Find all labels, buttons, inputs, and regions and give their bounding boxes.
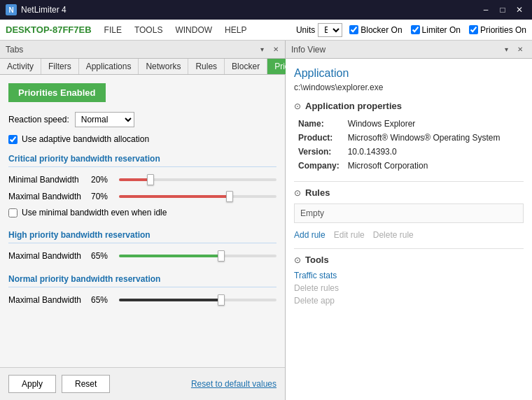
info-bar: Info View ▾ ✕ (286, 41, 532, 59)
tab-blocker[interactable]: Blocker (225, 59, 267, 74)
version-label: Version: (294, 145, 344, 159)
normal-max-label: Maximal Bandwidth (8, 295, 85, 305)
minimize-button[interactable]: – (479, 4, 493, 15)
menu-file[interactable]: FILE (99, 23, 127, 37)
critical-section: Critical priority bandwidth reservation … (8, 154, 276, 217)
hostname-label: DESKTOP-87FF7EB (6, 24, 92, 35)
name-value: Windows Explorer (344, 117, 524, 131)
critical-idle-label: Use minimal bandwidth even when idle (22, 208, 167, 217)
delete-rule-link[interactable]: Delete rule (373, 230, 414, 240)
right-panel: Info View ▾ ✕ Application c:\windows\exp… (286, 41, 532, 400)
tabs-close-button[interactable]: ✕ (270, 43, 282, 56)
menu-window[interactable]: WINDOW (169, 23, 218, 37)
add-rule-link[interactable]: Add rule (294, 230, 326, 240)
app-properties-title: Application properties (305, 101, 402, 111)
delete-rules-link[interactable]: Delete rules (294, 283, 524, 293)
rules-empty-label: Empty (300, 208, 324, 218)
tab-rules[interactable]: Rules (188, 59, 225, 74)
app-title: NetLimiter 4 (21, 5, 479, 15)
blocker-on-checkbox[interactable]: Blocker On (349, 25, 402, 35)
units-section: Units B KB MB (296, 23, 342, 37)
rules-chevron[interactable]: ⊙ (294, 188, 301, 198)
bottom-buttons: Apply Reset Reset to default values (0, 367, 285, 400)
rules-box: Empty (294, 203, 524, 223)
app-properties-chevron[interactable]: ⊙ (294, 101, 301, 111)
delete-app-link[interactable]: Delete app (294, 296, 524, 306)
info-dropdown-button[interactable]: ▾ (500, 43, 512, 56)
critical-section-title: Critical priority bandwidth reservation (8, 154, 276, 167)
info-content: Application c:\windows\explorer.exe ⊙ Ap… (286, 59, 532, 400)
reaction-speed-select[interactable]: Slow Normal Fast (75, 112, 134, 127)
critical-min-slider[interactable] (119, 174, 276, 185)
close-button[interactable]: ✕ (512, 4, 526, 15)
critical-max-label: Maximal Bandwidth (8, 192, 85, 201)
reaction-speed-label: Reaction speed: (8, 115, 69, 124)
menu-tools[interactable]: TOOLS (129, 23, 168, 37)
adaptive-bandwidth-label: Use adaptive bandwidth allocation (22, 134, 149, 144)
rules-actions: Add rule Edit rule Delete rule (294, 230, 524, 240)
tools-chevron[interactable]: ⊙ (294, 255, 301, 265)
window-controls: – □ ✕ (479, 4, 526, 15)
app-icon: N (6, 4, 17, 15)
critical-max-bandwidth-row: Maximal Bandwidth 70% (8, 191, 276, 202)
company-row: Company: Microsoft Corporation (294, 159, 524, 173)
adaptive-bandwidth-checkbox[interactable] (8, 135, 18, 144)
tab-filters[interactable]: Filters (41, 59, 79, 74)
menu-bar: DESKTOP-87FF7EB FILE TOOLS WINDOW HELP U… (0, 20, 532, 41)
app-properties-table: Name: Windows Explorer Product: Microsof… (294, 117, 524, 173)
tabs-controls: ▾ ✕ (255, 43, 282, 56)
reset-button[interactable]: Reset (62, 375, 110, 393)
priorities-content: Priorities Enabled Reaction speed: Slow … (0, 75, 285, 367)
tabs-bar: Tabs ▾ ✕ (0, 41, 285, 59)
divider-1 (294, 181, 524, 182)
tab-networks[interactable]: Networks (139, 59, 188, 74)
tabs-panel-label: Tabs (3, 45, 255, 55)
high-section-title: High priority bandwidth reservation (8, 230, 276, 243)
company-label: Company: (294, 159, 344, 173)
maximize-button[interactable]: □ (496, 4, 510, 15)
tab-list: Activity Filters Applications Networks R… (0, 59, 285, 75)
priorities-on-checkbox[interactable]: Priorities On (469, 25, 526, 35)
feature-checkboxes: Blocker On Limiter On Priorities On (349, 25, 526, 35)
apply-button[interactable]: Apply (8, 375, 56, 393)
priorities-enabled-button[interactable]: Priorities Enabled (8, 83, 106, 102)
high-max-slider[interactable] (119, 250, 276, 262)
reaction-speed-row: Reaction speed: Slow Normal Fast (8, 112, 276, 127)
tab-applications[interactable]: Applications (79, 59, 139, 74)
critical-min-bandwidth-row: Minimal Bandwidth 20% (8, 174, 276, 185)
critical-min-label: Minimal Bandwidth (8, 175, 85, 185)
app-properties-header: ⊙ Application properties (294, 101, 524, 111)
reset-default-link[interactable]: Reset to default values (191, 379, 276, 389)
normal-max-slider[interactable] (119, 294, 276, 306)
high-max-bandwidth-row: Maximal Bandwidth 65% (8, 250, 276, 262)
normal-max-value: 65% (91, 295, 113, 305)
app-section-title: Application (294, 67, 524, 80)
menu-help[interactable]: HELP (219, 23, 252, 37)
app-path: c:\windows\explorer.exe (294, 83, 524, 92)
info-close-button[interactable]: ✕ (514, 43, 526, 56)
info-view-label: Info View (291, 45, 500, 55)
critical-idle-checkbox[interactable] (8, 208, 18, 217)
version-value: 10.0.14393.0 (344, 145, 524, 159)
tools-links: Traffic stats Delete rules Delete app (294, 271, 524, 306)
tab-activity[interactable]: Activity (0, 59, 41, 74)
units-select[interactable]: B KB MB (318, 23, 342, 37)
traffic-stats-link[interactable]: Traffic stats (294, 271, 524, 280)
edit-rule-link[interactable]: Edit rule (334, 230, 365, 240)
normal-section-title: Normal priority bandwidth reservation (8, 274, 276, 287)
divider-2 (294, 248, 524, 249)
critical-idle-row: Use minimal bandwidth even when idle (8, 208, 276, 217)
high-section: High priority bandwidth reservation Maxi… (8, 230, 276, 262)
critical-max-slider[interactable] (119, 191, 276, 202)
info-controls: ▾ ✕ (500, 43, 526, 56)
units-label: Units (296, 25, 315, 35)
tabs-dropdown-button[interactable]: ▾ (255, 43, 268, 56)
main-content: Tabs ▾ ✕ Activity Filters Applications N… (0, 41, 532, 400)
tools-title: Tools (305, 255, 329, 265)
tools-header: ⊙ Tools (294, 255, 524, 265)
limiter-on-checkbox[interactable]: Limiter On (411, 25, 461, 35)
product-row: Product: Microsoft® Windows® Operating S… (294, 131, 524, 145)
rules-header: ⊙ Rules (294, 187, 524, 198)
normal-section: Normal priority bandwidth reservation Ma… (8, 274, 276, 306)
high-max-value: 65% (91, 251, 113, 261)
